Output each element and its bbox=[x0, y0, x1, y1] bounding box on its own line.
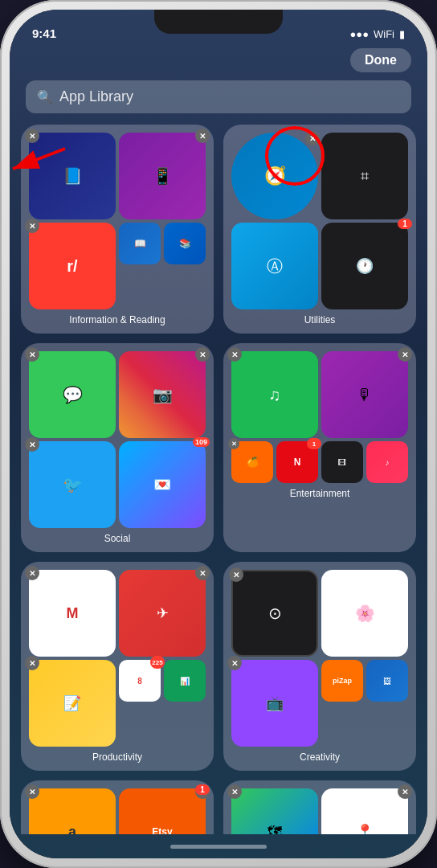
app-unknown-purple[interactable]: ✕ 📱 bbox=[119, 133, 206, 219]
folder-top-row: ✕ ♫ ✕ 🎙 bbox=[231, 351, 408, 438]
entertainment-folder[interactable]: ✕ ♫ ✕ 🎙 bbox=[223, 343, 416, 552]
close-badge[interactable]: ✕ bbox=[227, 347, 242, 362]
folder-top-row: ✕ 🗺 ✕ 📍 bbox=[231, 788, 408, 834]
creativity-folder[interactable]: ✕ ⊙ 🌸 ✕ 📺 bbox=[223, 562, 416, 771]
app-gmaps[interactable]: ✕ 📍 bbox=[321, 788, 408, 834]
app-icon: 💌 bbox=[153, 476, 171, 493]
folder-content: ✕ 🗺 ✕ 📍 ✕ bbox=[231, 788, 408, 834]
app-calendar[interactable]: 225 8 bbox=[119, 660, 161, 702]
status-icons: ●●● WiFi ▮ bbox=[349, 28, 405, 40]
close-badge[interactable]: ✕ bbox=[25, 347, 39, 362]
app-calculator[interactable]: ⌗ bbox=[321, 133, 408, 219]
notification-badge: 225 bbox=[150, 656, 165, 669]
app-podcasts[interactable]: ✕ 🎙 bbox=[321, 351, 408, 438]
app-safari[interactable]: ✕ 🧭 bbox=[231, 133, 318, 219]
app-icon: 🌸 bbox=[355, 604, 375, 623]
app-music[interactable]: ♪ bbox=[366, 441, 408, 483]
app-amazon[interactable]: ✕ a bbox=[29, 788, 116, 834]
folder-content: ✕ 💬 ✕ 📷 ✕ bbox=[29, 351, 206, 528]
app-letterboxd[interactable]: 🎞 bbox=[321, 441, 363, 483]
folder-label-utilities: Utilities bbox=[231, 314, 408, 326]
app-library-grid: ✕ 📘 ✕ 📱 bbox=[10, 125, 427, 834]
folder-bottom-row: ✕ 🍊 1 N � bbox=[231, 441, 408, 483]
information-reading-folder[interactable]: ✕ 📘 ✕ 📱 bbox=[21, 125, 214, 334]
app-clock[interactable]: 1 🕐 bbox=[321, 223, 408, 309]
close-badge-right[interactable]: ✕ bbox=[398, 784, 412, 799]
app-icon: 📍 bbox=[356, 823, 374, 834]
app-etsy[interactable]: ✕ 1 Etsy bbox=[119, 788, 206, 834]
app-photo-edit[interactable]: 🖼 bbox=[366, 660, 408, 702]
close-badge-right[interactable]: ✕ bbox=[305, 131, 320, 145]
folder-bottom-row: Ⓐ 1 🕐 bbox=[231, 223, 408, 309]
app-appstore[interactable]: Ⓐ bbox=[231, 223, 318, 309]
folder-content: ✕ a ✕ 1 Etsy bbox=[29, 788, 206, 834]
app-icon: 💬 bbox=[63, 385, 83, 404]
app-icon: 🎙 bbox=[357, 386, 373, 404]
travel-folder[interactable]: ✕ 🗺 ✕ 📍 ✕ bbox=[223, 780, 416, 834]
app-messenger[interactable]: 109 💌 bbox=[119, 441, 206, 528]
app-pizap[interactable]: piZap bbox=[321, 660, 363, 702]
app-twitter[interactable]: ✕ 🐦 bbox=[29, 441, 116, 528]
search-bar[interactable]: 🔍 App Library bbox=[26, 80, 411, 113]
close-badge[interactable]: ✕ bbox=[227, 784, 242, 799]
app-notes[interactable]: ✕ 📝 bbox=[29, 660, 116, 747]
utilities-folder[interactable]: ✕ 🧭 ⌗ Ⓐ bbox=[223, 125, 416, 334]
shopping-folder[interactable]: ✕ a ✕ 1 Etsy bbox=[21, 780, 214, 834]
close-badge[interactable]: ✕ bbox=[227, 656, 242, 670]
app-icon: a bbox=[68, 824, 76, 835]
wifi-icon: WiFi bbox=[374, 28, 394, 40]
close-badge-right[interactable]: ✕ bbox=[195, 129, 210, 143]
app-unknown-blue[interactable]: ✕ 📘 bbox=[29, 133, 116, 219]
app-icon: ✈ bbox=[157, 604, 169, 622]
app-icon: 📊 bbox=[180, 677, 190, 686]
app-camera[interactable]: ✕ ⊙ bbox=[231, 570, 318, 657]
app-icon: M bbox=[67, 605, 79, 622]
app-sheets[interactable]: 📊 bbox=[164, 660, 206, 702]
folder-label-creativity: Creativity bbox=[231, 751, 408, 763]
app-messages[interactable]: ✕ 💬 bbox=[29, 351, 116, 438]
social-folder[interactable]: ✕ 💬 ✕ 📷 ✕ bbox=[21, 343, 214, 552]
close-badge-right[interactable]: ✕ bbox=[195, 347, 210, 362]
battery-icon: ▮ bbox=[399, 28, 405, 40]
folder-content: ✕ ⊙ 🌸 ✕ 📺 bbox=[231, 570, 408, 747]
app-maps-apple[interactable]: ✕ 🗺 bbox=[231, 788, 318, 834]
close-badge[interactable]: ✕ bbox=[229, 567, 243, 582]
status-time: 9:41 bbox=[32, 27, 56, 40]
app-gmail[interactable]: ✕ M bbox=[29, 570, 116, 657]
folder-content: ✕ ♫ ✕ 🎙 bbox=[231, 351, 408, 483]
folder-top-row: ✕ 🧭 ⌗ bbox=[231, 133, 408, 219]
app-photos[interactable]: 🌸 bbox=[321, 570, 408, 657]
app-spotify[interactable]: ✕ ♫ bbox=[231, 351, 318, 438]
close-badge[interactable]: ✕ bbox=[25, 656, 39, 670]
folder-top-row: ✕ 📘 ✕ 📱 bbox=[29, 133, 206, 219]
folder-content: ✕ 📘 ✕ 📱 bbox=[29, 133, 206, 309]
app-icon: 🍊 bbox=[247, 457, 259, 468]
app-books[interactable]: 📚 bbox=[164, 223, 206, 264]
app-twitch[interactable]: ✕ 📺 bbox=[231, 660, 318, 747]
app-instagram[interactable]: ✕ 📷 bbox=[119, 351, 206, 438]
home-indicator bbox=[170, 845, 267, 849]
app-airmail[interactable]: ✕ ✈ bbox=[119, 570, 206, 657]
close-badge-right[interactable]: ✕ bbox=[398, 347, 412, 362]
app-crunchyroll[interactable]: ✕ 🍊 bbox=[231, 441, 273, 483]
notification-badge: 1 bbox=[307, 438, 321, 449]
close-badge[interactable]: ✕ bbox=[228, 438, 239, 449]
mini-app-pair: ✕ 🍊 1 N bbox=[231, 441, 318, 483]
close-badge[interactable]: ✕ bbox=[25, 129, 39, 143]
app-readability[interactable]: 📖 bbox=[119, 223, 161, 264]
done-button[interactable]: Done bbox=[350, 48, 411, 72]
close-badge[interactable]: ✕ bbox=[25, 437, 39, 452]
close-badge[interactable]: ✕ bbox=[25, 219, 39, 233]
app-icon: piZap bbox=[333, 677, 352, 685]
app-reddit[interactable]: ✕ r/ bbox=[29, 223, 116, 309]
folder-top-row: ✕ ⊙ 🌸 bbox=[231, 570, 408, 657]
close-badge[interactable]: ✕ bbox=[25, 566, 39, 580]
productivity-folder[interactable]: ✕ M ✕ ✈ ✕ 📝 bbox=[21, 562, 214, 771]
app-icon: 🧭 bbox=[264, 166, 286, 186]
bottom-bar bbox=[10, 834, 427, 858]
close-badge-right[interactable]: ✕ bbox=[195, 566, 210, 580]
notification-badge: 1 bbox=[195, 784, 210, 795]
app-icon: 📷 bbox=[153, 385, 173, 404]
app-netflix[interactable]: 1 N bbox=[276, 441, 318, 483]
close-badge[interactable]: ✕ bbox=[25, 784, 39, 799]
